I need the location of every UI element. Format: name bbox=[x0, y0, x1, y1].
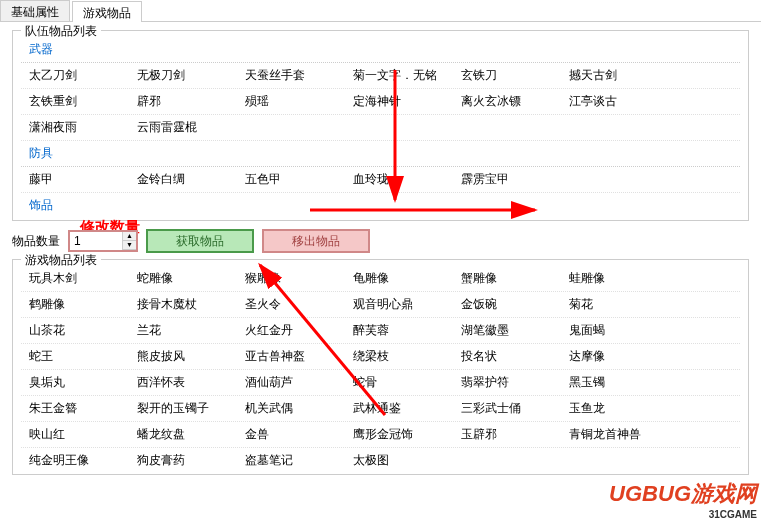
item-cell[interactable]: 五色甲 bbox=[237, 167, 345, 192]
item-cell[interactable]: 狗皮膏药 bbox=[129, 448, 237, 466]
item-cell[interactable] bbox=[453, 115, 561, 140]
item-cell[interactable]: 太乙刀剑 bbox=[21, 63, 129, 88]
item-cell[interactable]: 蛇雕像 bbox=[129, 266, 237, 291]
item-cell[interactable]: 机关武偶 bbox=[237, 396, 345, 421]
table-row: 玄铁重剑辟邪殒瑶定海神针离火玄冰镖江亭谈古 bbox=[21, 89, 740, 115]
item-cell[interactable]: 裂开的玉镯子 bbox=[129, 396, 237, 421]
qty-label: 物品数量 bbox=[12, 233, 60, 250]
item-cell[interactable]: 青铜龙首神兽 bbox=[561, 422, 669, 447]
item-cell[interactable]: 玉鱼龙 bbox=[561, 396, 669, 421]
item-cell[interactable]: 投名状 bbox=[453, 344, 561, 369]
table-row: 蛇王熊皮披风亚古兽神盔绕梁枝投名状达摩像 bbox=[21, 344, 740, 370]
table-row: 玩具木剑蛇雕像猴雕像龟雕像蟹雕像蛙雕像 bbox=[21, 266, 740, 292]
item-cell[interactable] bbox=[561, 115, 669, 140]
qty-up[interactable]: ▲ bbox=[123, 232, 136, 241]
qty-down[interactable]: ▼ bbox=[123, 241, 136, 250]
item-cell[interactable]: 金饭碗 bbox=[453, 292, 561, 317]
table-row: 鹤雕像接骨木魔杖圣火令观音明心鼎金饭碗菊花 bbox=[21, 292, 740, 318]
item-cell[interactable]: 霹雳宝甲 bbox=[453, 167, 561, 192]
item-cell[interactable]: 映山红 bbox=[21, 422, 129, 447]
item-cell[interactable]: 圣火令 bbox=[237, 292, 345, 317]
remove-item-button[interactable]: 移出物品 bbox=[262, 229, 370, 253]
tab-basic[interactable]: 基础属性 bbox=[0, 0, 70, 21]
item-cell[interactable]: 玄铁重剑 bbox=[21, 89, 129, 114]
item-cell[interactable] bbox=[237, 115, 345, 140]
section-weapons: 武器 bbox=[21, 37, 740, 63]
item-cell[interactable]: 蛙雕像 bbox=[561, 266, 669, 291]
item-cell[interactable]: 太极图 bbox=[345, 448, 453, 466]
team-items-grid[interactable]: 武器 太乙刀剑无极刀剑天蚕丝手套菊一文字．无铭玄铁刀撼天古剑玄铁重剑辟邪殒瑶定海… bbox=[21, 37, 740, 212]
item-cell[interactable]: 潇湘夜雨 bbox=[21, 115, 129, 140]
item-cell[interactable]: 绕梁枝 bbox=[345, 344, 453, 369]
item-cell[interactable]: 辟邪 bbox=[129, 89, 237, 114]
item-cell[interactable]: 熊皮披风 bbox=[129, 344, 237, 369]
team-items-legend: 队伍物品列表 bbox=[21, 23, 101, 40]
item-cell[interactable] bbox=[453, 448, 561, 466]
item-cell[interactable]: 蛇骨 bbox=[345, 370, 453, 395]
item-cell[interactable]: 江亭谈古 bbox=[561, 89, 669, 114]
item-cell[interactable] bbox=[561, 167, 669, 192]
item-cell[interactable]: 金兽 bbox=[237, 422, 345, 447]
table-row: 太乙刀剑无极刀剑天蚕丝手套菊一文字．无铭玄铁刀撼天古剑 bbox=[21, 63, 740, 89]
item-cell[interactable]: 蛇王 bbox=[21, 344, 129, 369]
get-item-button[interactable]: 获取物品 bbox=[146, 229, 254, 253]
item-cell[interactable]: 鬼面蝎 bbox=[561, 318, 669, 343]
item-cell[interactable]: 撼天古剑 bbox=[561, 63, 669, 88]
item-cell[interactable]: 蟹雕像 bbox=[453, 266, 561, 291]
item-cell[interactable]: 盗墓笔记 bbox=[237, 448, 345, 466]
item-cell[interactable]: 观音明心鼎 bbox=[345, 292, 453, 317]
item-cell[interactable]: 湖笔徽墨 bbox=[453, 318, 561, 343]
item-cell[interactable]: 酒仙葫芦 bbox=[237, 370, 345, 395]
table-row: 朱王金簪裂开的玉镯子机关武偶武林通鉴三彩武士俑玉鱼龙 bbox=[21, 396, 740, 422]
item-cell[interactable]: 血玲珑 bbox=[345, 167, 453, 192]
item-cell[interactable]: 纯金明王像 bbox=[21, 448, 129, 466]
qty-input[interactable] bbox=[70, 232, 122, 250]
item-cell[interactable]: 接骨木魔杖 bbox=[129, 292, 237, 317]
item-cell[interactable]: 藤甲 bbox=[21, 167, 129, 192]
item-cell[interactable]: 云雨雷霆棍 bbox=[129, 115, 237, 140]
item-cell[interactable]: 金铃白绸 bbox=[129, 167, 237, 192]
item-cell[interactable]: 黑玉镯 bbox=[561, 370, 669, 395]
item-cell[interactable]: 臭垢丸 bbox=[21, 370, 129, 395]
item-cell[interactable]: 醉芙蓉 bbox=[345, 318, 453, 343]
item-cell[interactable]: 菊花 bbox=[561, 292, 669, 317]
table-row: 潇湘夜雨云雨雷霆棍 bbox=[21, 115, 740, 141]
qty-spinner[interactable]: ▲ ▼ bbox=[68, 230, 138, 252]
section-armor: 防具 bbox=[21, 141, 740, 167]
table-row: 臭垢丸西洋怀表酒仙葫芦蛇骨翡翠护符黑玉镯 bbox=[21, 370, 740, 396]
item-cell[interactable]: 玄铁刀 bbox=[453, 63, 561, 88]
item-cell[interactable]: 武林通鉴 bbox=[345, 396, 453, 421]
item-cell[interactable]: 亚古兽神盔 bbox=[237, 344, 345, 369]
item-cell[interactable]: 火红金丹 bbox=[237, 318, 345, 343]
item-cell[interactable] bbox=[561, 448, 669, 466]
item-cell[interactable]: 无极刀剑 bbox=[129, 63, 237, 88]
item-cell[interactable]: 朱王金簪 bbox=[21, 396, 129, 421]
item-cell[interactable]: 玩具木剑 bbox=[21, 266, 129, 291]
game-items-legend: 游戏物品列表 bbox=[21, 252, 101, 269]
item-cell[interactable]: 菊一文字．无铭 bbox=[345, 63, 453, 88]
item-cell[interactable]: 兰花 bbox=[129, 318, 237, 343]
section-accessories: 饰品 bbox=[21, 193, 740, 212]
item-cell[interactable]: 龟雕像 bbox=[345, 266, 453, 291]
item-cell[interactable]: 定海神针 bbox=[345, 89, 453, 114]
item-cell[interactable]: 三彩武士俑 bbox=[453, 396, 561, 421]
item-cell[interactable]: 殒瑶 bbox=[237, 89, 345, 114]
item-cell[interactable]: 鹰形金冠饰 bbox=[345, 422, 453, 447]
tab-items[interactable]: 游戏物品 bbox=[72, 1, 142, 22]
table-row: 山茶花兰花火红金丹醉芙蓉湖笔徽墨鬼面蝎 bbox=[21, 318, 740, 344]
item-cell[interactable]: 蟠龙纹盘 bbox=[129, 422, 237, 447]
item-cell[interactable]: 天蚕丝手套 bbox=[237, 63, 345, 88]
table-row: 纯金明王像狗皮膏药盗墓笔记太极图 bbox=[21, 448, 740, 466]
team-items-fieldset: 队伍物品列表 武器 太乙刀剑无极刀剑天蚕丝手套菊一文字．无铭玄铁刀撼天古剑玄铁重… bbox=[12, 30, 749, 221]
item-cell[interactable]: 猴雕像 bbox=[237, 266, 345, 291]
item-cell[interactable]: 山茶花 bbox=[21, 318, 129, 343]
item-cell[interactable]: 鹤雕像 bbox=[21, 292, 129, 317]
game-items-fieldset: 游戏物品列表 玩具木剑蛇雕像猴雕像龟雕像蟹雕像蛙雕像鹤雕像接骨木魔杖圣火令观音明… bbox=[12, 259, 749, 475]
item-cell[interactable]: 玉辟邪 bbox=[453, 422, 561, 447]
game-items-grid[interactable]: 玩具木剑蛇雕像猴雕像龟雕像蟹雕像蛙雕像鹤雕像接骨木魔杖圣火令观音明心鼎金饭碗菊花… bbox=[21, 266, 740, 466]
item-cell[interactable]: 翡翠护符 bbox=[453, 370, 561, 395]
item-cell[interactable] bbox=[345, 115, 453, 140]
item-cell[interactable]: 达摩像 bbox=[561, 344, 669, 369]
item-cell[interactable]: 离火玄冰镖 bbox=[453, 89, 561, 114]
item-cell[interactable]: 西洋怀表 bbox=[129, 370, 237, 395]
